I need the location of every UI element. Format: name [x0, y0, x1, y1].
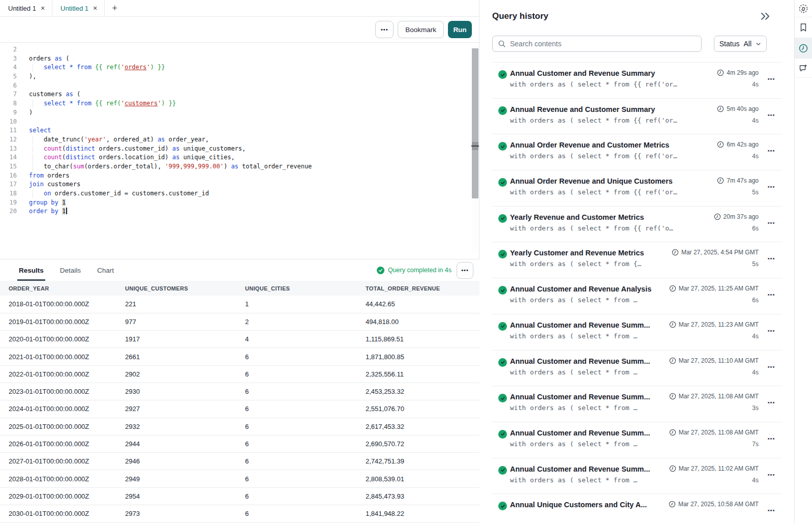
history-icon[interactable] — [795, 38, 812, 59]
query-history-item[interactable]: Annual Unique Customers and City A...Mar… — [492, 494, 782, 523]
bookmark-button[interactable]: Bookmark — [398, 21, 444, 38]
table-row: 2030-01-01T00:00:00.000Z297361,841,948.2… — [0, 505, 479, 522]
success-check-icon — [498, 502, 507, 510]
query-history-item[interactable]: Annual Customer and Revenue Analysiswith… — [492, 278, 782, 314]
table-cell: 1,871,800.85 — [357, 348, 479, 365]
query-title: Yearly Customer and Revenue Metrics — [510, 249, 667, 257]
table-cell: 2024-01-01T00:00:00.000Z — [0, 400, 116, 418]
search-input[interactable] — [510, 40, 696, 48]
table-cell: 6 — [236, 348, 357, 365]
tab-results[interactable]: Results — [18, 259, 44, 281]
timestamp-text: 20m 37s ago — [724, 213, 759, 220]
query-sql-snippet: with orders as ( select * from … — [510, 332, 664, 340]
query-history-item[interactable]: Yearly Customer and Revenue Metricswith … — [492, 242, 782, 278]
table-cell: 2661 — [116, 348, 236, 365]
item-menu-button[interactable]: ••• — [765, 507, 778, 513]
query-item-meta: 20m 37s ago6s — [714, 213, 759, 232]
tab-chart[interactable]: Chart — [97, 259, 114, 281]
table-cell: 6 — [236, 383, 357, 400]
query-title: Annual Order Revenue and Unique Customer… — [510, 177, 712, 185]
item-menu-button[interactable]: ••• — [765, 399, 778, 405]
bookmark-icon[interactable] — [795, 17, 812, 38]
table-cell: 2,325,556.11 — [357, 365, 479, 383]
table-row: 2026-01-01T00:00:00.000Z294462,690,570.7… — [0, 435, 479, 452]
query-item-content: Annual Unique Customers and City A... — [510, 501, 664, 509]
query-timestamp: Mar 27, 2025, 11:08 AM GMT — [669, 429, 759, 436]
table-cell: 2025-01-01T00:00:00.000Z — [0, 418, 116, 435]
item-menu-button[interactable]: ••• — [765, 472, 778, 478]
query-item-meta: Mar 27, 2025, 11:02 AM GMT4s — [669, 465, 759, 484]
item-menu-button[interactable]: ••• — [765, 255, 778, 262]
query-item-meta: 6m 42s ago4s — [717, 141, 759, 160]
tab-untitled-1[interactable]: Untitled 1 × — [0, 0, 52, 16]
item-menu-button[interactable]: ••• — [765, 292, 778, 298]
table-cell: 221 — [116, 296, 236, 313]
line-number: 2 — [0, 45, 17, 54]
item-menu-button[interactable]: ••• — [765, 328, 778, 334]
clock-icon — [669, 321, 676, 328]
code-token — [66, 64, 69, 71]
close-icon[interactable]: × — [93, 5, 97, 12]
sql-editor[interactable]: 23orders as (4 select * from {{ ref('ord… — [0, 43, 472, 253]
item-menu-button[interactable]: ••• — [765, 184, 778, 190]
tab-details[interactable]: Details — [59, 259, 81, 281]
tab-untitled-2[interactable]: Untitled 1 × — [52, 0, 105, 16]
run-button[interactable]: Run — [448, 21, 472, 38]
new-tab-button[interactable]: + — [105, 0, 125, 16]
query-history-item[interactable]: Annual Revenue and Customer Summarywith … — [492, 99, 782, 135]
collapse-panel-icon[interactable] — [760, 11, 771, 21]
close-icon[interactable]: × — [41, 5, 45, 12]
code-token — [29, 64, 44, 71]
query-history-item[interactable]: Annual Customer and Revenue Summ...with … — [492, 314, 782, 351]
item-menu-button[interactable]: ••• — [765, 364, 778, 370]
query-timestamp: Mar 27, 2025, 11:02 AM GMT — [669, 465, 759, 472]
query-history-item[interactable]: Annual Customer and Revenue Summ...with … — [492, 458, 782, 495]
scrollbar-grip[interactable] — [472, 142, 478, 150]
item-menu-button[interactable]: ••• — [765, 435, 778, 442]
query-timestamp: Mar 27, 2025, 10:58 AM GMT — [669, 501, 759, 508]
table-cell: 2,617,453.32 — [357, 418, 479, 435]
query-history-item[interactable]: Annual Customer and Revenue Summarywith … — [492, 63, 782, 99]
table-cell: 1917 — [116, 331, 236, 348]
query-item-meta: Mar 27, 2025, 11:08 AM GMT7s — [669, 429, 759, 448]
indent-guide-line — [33, 136, 33, 144]
code-token: order by — [29, 208, 58, 215]
code-token: count — [44, 145, 62, 152]
query-history-item[interactable]: Annual Order Revenue and Customer Metric… — [492, 134, 782, 170]
query-history-item[interactable]: Annual Customer and Revenue Summ...with … — [492, 422, 782, 458]
code-token: ) — [224, 163, 231, 170]
code-token: ( — [73, 91, 80, 98]
editor-scrollbar[interactable] — [472, 45, 478, 253]
clock-icon — [669, 501, 676, 508]
feedback-icon[interactable] — [795, 59, 812, 78]
query-history-item[interactable]: Annual Customer and Revenue Summ...with … — [492, 351, 782, 387]
line-number: 16 — [0, 171, 17, 181]
item-menu-button[interactable]: ••• — [765, 148, 778, 154]
table-row: 2020-01-01T00:00:00.000Z191741,115,869.5… — [0, 331, 479, 348]
item-menu-button[interactable]: ••• — [765, 112, 778, 118]
editor-overflow-button[interactable]: ••• — [375, 21, 394, 38]
code-token: orders — [29, 55, 55, 62]
table-row: 2023-01-01T00:00:00.000Z293062,453,253.3… — [0, 383, 479, 400]
table-row: 2024-01-01T00:00:00.000Z292762,551,076.7… — [0, 400, 479, 418]
lineage-icon[interactable] — [795, 0, 812, 17]
query-history-item[interactable]: Yearly Revenue and Customer Metricswith … — [492, 207, 782, 243]
status-filter-dropdown[interactable]: Status All — [714, 36, 767, 52]
code-token: on — [44, 190, 51, 197]
query-item-content: Annual Customer and Revenue Summarywith … — [510, 69, 712, 88]
item-menu-button[interactable]: ••• — [765, 76, 778, 82]
code-text — [17, 45, 29, 54]
query-title: Annual Customer and Revenue Summary — [510, 69, 712, 77]
table-cell: 2973 — [116, 505, 236, 522]
results-overflow-button[interactable]: ••• — [457, 262, 473, 279]
search-box[interactable] — [492, 36, 702, 52]
query-history-item[interactable]: Annual Customer and Revenue Summ...with … — [492, 386, 782, 422]
line-number: 6 — [0, 81, 17, 91]
query-history-item[interactable]: Annual Order Revenue and Unique Customer… — [492, 170, 782, 207]
code-line: 19group by 1 — [0, 198, 472, 208]
scrollbar-thumb[interactable] — [472, 48, 478, 198]
code-line: 16from orders — [0, 171, 472, 181]
item-menu-button[interactable]: ••• — [765, 220, 778, 226]
code-token: to_char( — [29, 163, 73, 170]
code-token: as — [158, 136, 165, 143]
